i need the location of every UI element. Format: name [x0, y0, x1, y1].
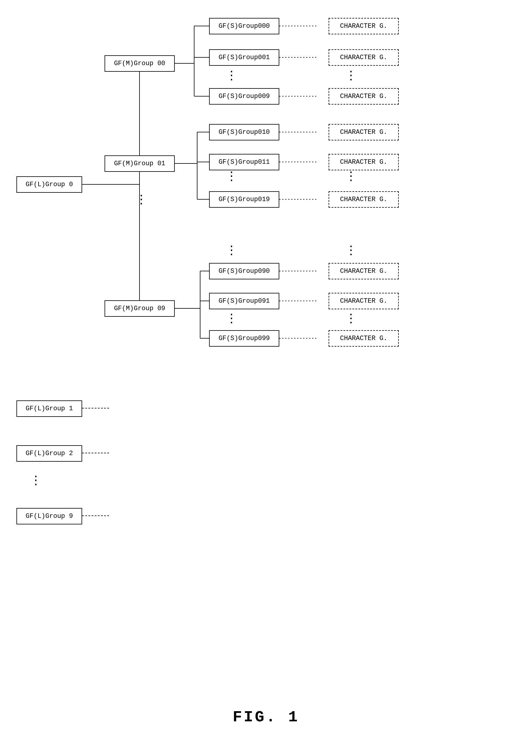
gfm-group01: GF(M)Group 01	[105, 155, 175, 172]
char-group-019: CHARACTER G.	[329, 191, 399, 208]
gfl-group1: GF(L)Group 1	[16, 400, 82, 417]
char-group-010: CHARACTER G.	[329, 124, 399, 141]
vdots-char-09a: ⋮	[345, 245, 356, 257]
vdots-gfm: ⋮	[135, 194, 147, 206]
char-group-009: CHARACTER G.	[329, 88, 399, 105]
gfs-group019: GF(S)Group019	[209, 191, 279, 208]
diagram-container: GF(L)Group 0 GF(M)Group 00 GF(M)Group 01…	[0, 0, 532, 702]
gfm-group00: GF(M)Group 00	[105, 55, 175, 72]
gfl-group0: GF(L)Group 0	[16, 176, 82, 193]
char-group-000: CHARACTER G.	[329, 18, 399, 34]
hdash-gfl2	[82, 453, 109, 453]
char-group-011: CHARACTER G.	[329, 154, 399, 170]
char-group-091: CHARACTER G.	[329, 293, 399, 309]
gfs-group011: GF(S)Group011	[209, 154, 279, 170]
hdash-gfl9	[82, 515, 109, 516]
figure-label: FIG. 1	[233, 709, 299, 726]
gfs-group010: GF(S)Group010	[209, 124, 279, 141]
gfl-group2: GF(L)Group 2	[16, 445, 82, 462]
char-group-001: CHARACTER G.	[329, 49, 399, 66]
char-group-090: CHARACTER G.	[329, 263, 399, 280]
gfs-group001: GF(S)Group001	[209, 49, 279, 66]
vdots-gfs-01: ⋮	[226, 171, 237, 183]
hdash-gfl1	[82, 408, 109, 409]
connector-lines	[0, 0, 532, 702]
gfs-group090: GF(S)Group090	[209, 263, 279, 280]
vdots-gfs-09b: ⋮	[226, 313, 237, 325]
vdots-char-00: ⋮	[345, 70, 356, 82]
vdots-char-01: ⋮	[345, 171, 356, 183]
vdots-gfs-09a: ⋮	[226, 245, 237, 257]
vdots-gfs-00: ⋮	[226, 70, 237, 82]
gfs-group099: GF(S)Group099	[209, 330, 279, 347]
gfm-group09: GF(M)Group 09	[105, 300, 175, 317]
vdots-gfl: ⋮	[30, 475, 41, 487]
gfs-group000: GF(S)Group000	[209, 18, 279, 34]
vdots-char-09b: ⋮	[345, 313, 356, 325]
gfs-group091: GF(S)Group091	[209, 293, 279, 309]
gfs-group009: GF(S)Group009	[209, 88, 279, 105]
char-group-099: CHARACTER G.	[329, 330, 399, 347]
gfl-group9: GF(L)Group 9	[16, 508, 82, 525]
